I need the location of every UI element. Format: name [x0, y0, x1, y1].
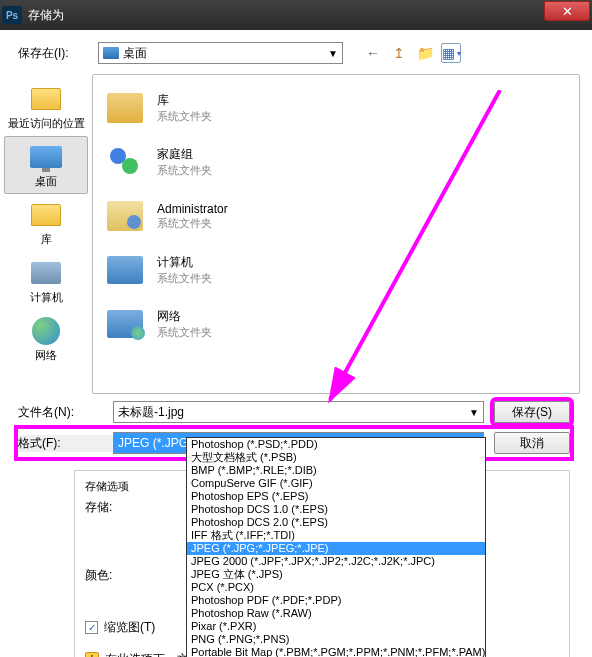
format-option[interactable]: PNG (*.PNG;*.PNS) [187, 633, 485, 646]
up-icon[interactable]: ↥ [389, 43, 409, 63]
back-icon[interactable]: ← [363, 43, 383, 63]
file-item[interactable]: 网络系统文件夹 [99, 297, 573, 351]
body-split: 最近访问的位置桌面库计算机网络 库系统文件夹家庭组系统文件夹Administra… [0, 74, 580, 394]
format-option[interactable]: JPEG 立体 (*.JPS) [187, 568, 485, 581]
format-option[interactable]: JPEG (*.JPG;*.JPEG;*.JPE) [187, 542, 485, 555]
store-label: 存储: [85, 499, 135, 516]
format-options-list[interactable]: Photoshop (*.PSD;*.PDD)大型文档格式 (*.PSB)BMP… [186, 437, 486, 657]
format-option[interactable]: 大型文档格式 (*.PSB) [187, 451, 485, 464]
format-option[interactable]: Photoshop DCS 2.0 (*.EPS) [187, 516, 485, 529]
thumbnail-checkbox[interactable] [85, 621, 98, 634]
content-area: 保存在(I): 桌面 ▼ ← ↥ 📁 ▦▾ 最近访问的位置桌面库计算机网络 库系… [0, 30, 592, 657]
thumbnail-label: 缩览图(T) [104, 619, 155, 636]
save-as-dialog: Ps 存储为 ✕ 保存在(I): 桌面 ▼ ← ↥ 📁 ▦▾ 最近访问的位置桌面… [0, 0, 592, 657]
format-option[interactable]: JPEG 2000 (*.JPF;*.JPX;*.JP2;*.J2C;*.J2K… [187, 555, 485, 568]
format-option[interactable]: CompuServe GIF (*.GIF) [187, 477, 485, 490]
file-type: 系统文件夹 [157, 216, 228, 231]
desktop-icon [103, 47, 119, 59]
sidebar-item-label: 网络 [35, 348, 57, 363]
file-item[interactable]: 家庭组系统文件夹 [99, 135, 573, 189]
file-item[interactable]: 计算机系统文件夹 [99, 243, 573, 297]
warning-icon: ! [85, 652, 99, 657]
file-item[interactable]: Administrator系统文件夹 [99, 189, 573, 243]
format-option[interactable]: IFF 格式 (*.IFF;*.TDI) [187, 529, 485, 542]
places-sidebar: 最近访问的位置桌面库计算机网络 [0, 74, 92, 394]
chevron-down-icon: ▼ [469, 407, 479, 418]
file-name: 家庭组 [157, 146, 212, 163]
titlebar: Ps 存储为 ✕ [0, 0, 592, 30]
file-name: 库 [157, 92, 212, 109]
photoshop-icon: Ps [2, 6, 22, 24]
file-name: 网络 [157, 308, 212, 325]
sidebar-item-label: 最近访问的位置 [8, 116, 85, 131]
format-option[interactable]: Pixar (*.PXR) [187, 620, 485, 633]
file-list[interactable]: 库系统文件夹家庭组系统文件夹Administrator系统文件夹计算机系统文件夹… [92, 74, 580, 394]
format-label: 格式(F): [18, 435, 113, 452]
format-option[interactable]: Photoshop Raw (*.RAW) [187, 607, 485, 620]
sidebar-item-label: 计算机 [30, 290, 63, 305]
format-option[interactable]: Photoshop DCS 1.0 (*.EPS) [187, 503, 485, 516]
color-label: 颜色: [85, 567, 135, 584]
location-dropdown[interactable]: 桌面 ▼ [98, 42, 343, 64]
chevron-down-icon: ▼ [328, 48, 338, 59]
save-button[interactable]: 保存(S) [494, 401, 570, 423]
sidebar-item-label: 库 [41, 232, 52, 247]
sidebar-item-computer[interactable]: 计算机 [4, 252, 88, 310]
cancel-button[interactable]: 取消 [494, 432, 570, 454]
nav-toolbar: ← ↥ 📁 ▦▾ [363, 43, 461, 63]
format-option[interactable]: Photoshop EPS (*.EPS) [187, 490, 485, 503]
sidebar-item-recent[interactable]: 最近访问的位置 [4, 78, 88, 136]
file-type: 系统文件夹 [157, 109, 212, 124]
window-title: 存储为 [28, 7, 544, 24]
file-type: 系统文件夹 [157, 325, 212, 340]
views-icon[interactable]: ▦▾ [441, 43, 461, 63]
sidebar-item-network[interactable]: 网络 [4, 310, 88, 368]
file-type: 系统文件夹 [157, 163, 212, 178]
filename-row: 文件名(N): 未标题-1.jpg ▼ 保存(S) [18, 398, 570, 426]
filename-label: 文件名(N): [18, 404, 113, 421]
location-bar: 保存在(I): 桌面 ▼ ← ↥ 📁 ▦▾ [0, 38, 580, 68]
options-note: 在此选项下，文 [105, 651, 189, 658]
format-option[interactable]: BMP (*.BMP;*.RLE;*.DIB) [187, 464, 485, 477]
sidebar-item-library[interactable]: 库 [4, 194, 88, 252]
close-button[interactable]: ✕ [544, 1, 590, 21]
sidebar-item-desktop[interactable]: 桌面 [4, 136, 88, 194]
file-type: 系统文件夹 [157, 271, 212, 286]
location-value: 桌面 [123, 45, 147, 62]
file-name: Administrator [157, 202, 228, 216]
sidebar-item-label: 桌面 [35, 174, 57, 189]
filename-input[interactable]: 未标题-1.jpg ▼ [113, 401, 484, 423]
format-option[interactable]: Portable Bit Map (*.PBM;*.PGM;*.PPM;*.PN… [187, 646, 485, 657]
file-name: 计算机 [157, 254, 212, 271]
file-item[interactable]: 库系统文件夹 [99, 81, 573, 135]
format-option[interactable]: Photoshop PDF (*.PDF;*.PDP) [187, 594, 485, 607]
new-folder-icon[interactable]: 📁 [415, 43, 435, 63]
format-option[interactable]: Photoshop (*.PSD;*.PDD) [187, 438, 485, 451]
location-label: 保存在(I): [18, 45, 98, 62]
format-option[interactable]: PCX (*.PCX) [187, 581, 485, 594]
